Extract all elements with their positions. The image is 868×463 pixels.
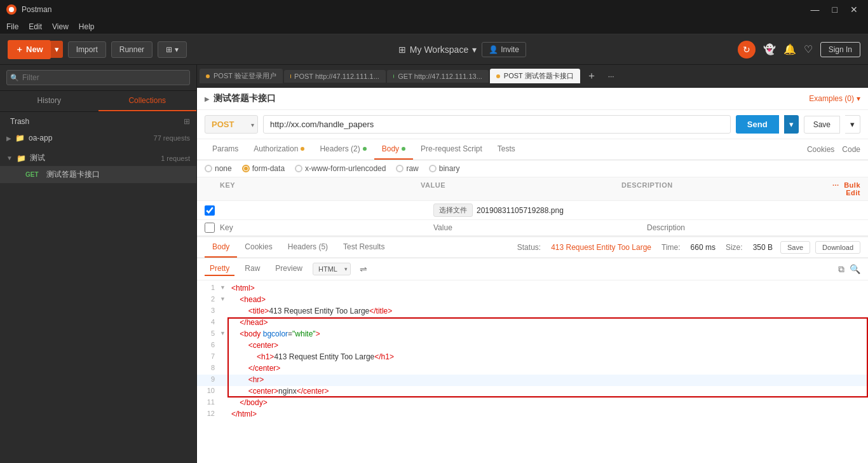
save-dropdown-btn[interactable]: ▾: [845, 115, 860, 134]
radio-urlencoded-dot: [295, 165, 302, 172]
subtab-tests[interactable]: Tests: [490, 139, 523, 160]
row-desc-1: [647, 206, 860, 215]
format-tab-pretty[interactable]: Pretty: [205, 262, 234, 276]
invite-button[interactable]: 👤 Invite: [482, 42, 526, 57]
method-select-wrap: POST GET PUT DELETE ▾: [205, 115, 258, 134]
collection-header-oa-app[interactable]: ▶ 📁 oa-app 77 requests: [0, 131, 196, 145]
search-input[interactable]: [6, 70, 190, 85]
line-num-10: 10: [197, 386, 220, 394]
resp-tab-headers[interactable]: Headers (5): [280, 237, 336, 258]
svg-point-0: [9, 7, 14, 12]
api-button[interactable]: ⊞ ▾: [158, 41, 187, 58]
line-num-2: 2: [197, 294, 220, 303]
runner-button[interactable]: Runner: [111, 41, 153, 58]
fold-2[interactable]: ▼: [220, 294, 229, 302]
cookies-link[interactable]: Cookies: [807, 145, 834, 154]
tab-history[interactable]: History: [0, 91, 98, 111]
save-button[interactable]: Save: [804, 116, 840, 134]
wrap-lines-btn[interactable]: ⇌: [360, 264, 367, 274]
send-button[interactable]: Send: [736, 115, 779, 134]
new-collection-icon[interactable]: ⊞: [184, 117, 190, 126]
subtab-right-links: Cookies Code: [807, 145, 860, 154]
form-table-row-1: 选择文件 20190831105719288.png: [197, 201, 868, 220]
folder-icon-ceshi: 📁: [17, 154, 26, 163]
sync-button[interactable]: ↻: [738, 41, 756, 59]
subtab-body[interactable]: Body: [374, 139, 413, 160]
radio-none[interactable]: none: [205, 164, 232, 173]
line-num-11: 11: [197, 397, 220, 406]
fold-4: [220, 317, 229, 319]
menubar: File Edit View Help: [0, 19, 868, 34]
examples-link[interactable]: Examples (0) ▾: [809, 94, 860, 103]
row-checkbox-empty[interactable]: [205, 223, 215, 233]
workspace-button[interactable]: ⊞ My Workspace ▾: [398, 45, 477, 55]
collection-meta: 77 requests: [154, 134, 190, 142]
signin-button[interactable]: Sign In: [820, 42, 860, 57]
format-tab-raw[interactable]: Raw: [240, 262, 265, 276]
tab-get-url[interactable]: GET http://47.112.111.13...: [387, 70, 489, 83]
resp-tab-body[interactable]: Body: [205, 237, 237, 258]
fold-5[interactable]: ▼: [220, 329, 229, 336]
resp-tab-test-results[interactable]: Test Results: [336, 237, 392, 258]
search-response-btn[interactable]: 🔍: [850, 264, 860, 275]
key-input-1[interactable]: [220, 206, 315, 215]
tab-post-ceshi[interactable]: POST 测试答题卡接口: [490, 69, 580, 83]
menu-view[interactable]: View: [52, 22, 69, 31]
format-tab-preview[interactable]: Preview: [270, 262, 308, 276]
subtab-params[interactable]: Params: [205, 139, 246, 160]
fold-1[interactable]: ▼: [220, 283, 229, 291]
menu-edit[interactable]: Edit: [29, 22, 42, 31]
tab-dot-1: [206, 74, 210, 78]
url-input[interactable]: [263, 115, 731, 134]
collection-ceshi: ▼ 📁 测试 1 request GET 测试答题卡接口: [0, 148, 196, 186]
subtab-headers[interactable]: Headers (2): [312, 139, 374, 160]
value-input-empty[interactable]: [433, 223, 529, 232]
subtab-auth[interactable]: Authorization: [246, 139, 312, 160]
radio-binary-dot: [429, 165, 437, 172]
trash-label[interactable]: Trash: [10, 117, 29, 126]
key-input-empty[interactable]: [220, 223, 315, 232]
request-item-get[interactable]: GET 测试答题卡接口: [0, 166, 196, 183]
maximize-btn[interactable]: □: [829, 3, 841, 16]
line-num-8: 8: [197, 363, 220, 371]
desc-input-1[interactable]: [647, 206, 742, 215]
radio-form-data[interactable]: form-data: [242, 164, 285, 173]
send-dropdown-btn[interactable]: ▾: [784, 115, 799, 134]
tab-collections[interactable]: Collections: [98, 91, 197, 111]
row-checkbox-1[interactable]: [205, 205, 215, 216]
code-link[interactable]: Code: [842, 145, 860, 154]
expand-arrow-icon[interactable]: ▶: [205, 95, 210, 102]
desc-input-empty[interactable]: [647, 223, 742, 232]
response-download-btn[interactable]: Download: [815, 241, 860, 254]
bell-icon[interactable]: 🔔: [783, 43, 796, 55]
radio-raw[interactable]: raw: [396, 164, 418, 173]
line-content-1: <html>: [229, 283, 868, 293]
bulk-edit-btn[interactable]: ··· Bulk Edit: [822, 181, 860, 197]
tab-post-url1[interactable]: POST http://47.112.111.1...: [284, 70, 386, 83]
ghost-icon[interactable]: 👻: [763, 43, 776, 55]
sidebar-content: Trash ⊞ ▶ 📁 oa-app 77 requests ▼ 📁 测试 1: [0, 112, 196, 463]
choose-file-btn[interactable]: 选择文件: [433, 204, 473, 217]
close-btn[interactable]: ✕: [846, 3, 862, 16]
method-select[interactable]: POST GET PUT DELETE: [205, 115, 258, 134]
new-tab-btn[interactable]: ＋: [581, 67, 602, 85]
radio-binary[interactable]: binary: [429, 164, 460, 173]
collection-header-ceshi[interactable]: ▼ 📁 测试 1 request: [0, 150, 196, 166]
heart-icon[interactable]: ♡: [804, 43, 813, 55]
import-button[interactable]: Import: [68, 41, 106, 58]
response-save-btn[interactable]: Save: [780, 241, 810, 254]
new-button[interactable]: ＋ New: [8, 40, 51, 59]
radio-urlencoded[interactable]: x-www-form-urlencoded: [295, 164, 386, 173]
format-select[interactable]: HTML JSON XML Text: [313, 263, 351, 275]
more-tabs-btn[interactable]: ···: [603, 69, 620, 83]
minimize-btn[interactable]: —: [807, 3, 824, 16]
menu-help[interactable]: Help: [79, 22, 95, 31]
resp-tab-cookies[interactable]: Cookies: [237, 237, 280, 258]
copy-response-btn[interactable]: ⧉: [838, 264, 844, 275]
tab-post-login[interactable]: POST 验证登录用户: [200, 69, 283, 83]
code-line-5: 5 ▼ <body bgcolor="white">: [197, 329, 868, 340]
new-dropdown-btn[interactable]: ▾: [51, 41, 63, 58]
subtab-pre-request[interactable]: Pre-request Script: [413, 139, 490, 160]
format-right-actions: ⧉ 🔍: [838, 264, 860, 275]
menu-file[interactable]: File: [6, 22, 18, 31]
